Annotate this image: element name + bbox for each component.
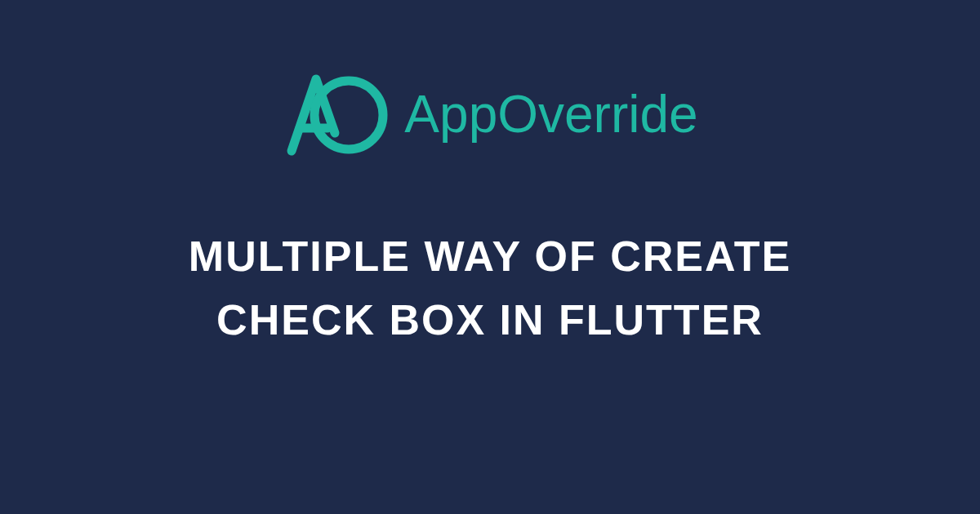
page-headline: Multiple way of create check box in Flut… xyxy=(122,224,858,352)
brand-logo: AppOverride xyxy=(282,69,697,159)
appoverride-logo-icon xyxy=(282,69,388,159)
brand-name: AppOverride xyxy=(404,84,697,144)
